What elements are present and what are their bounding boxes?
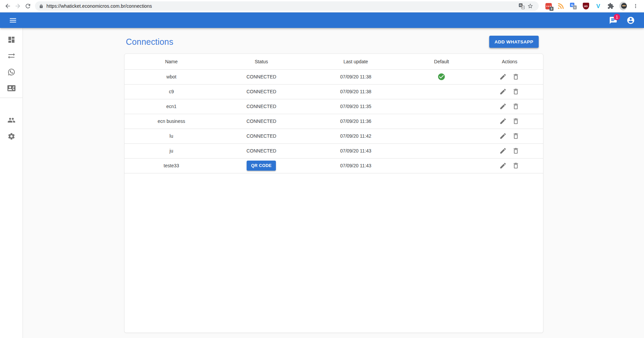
table-row: lu CONNECTED 07/09/20 11:42: [124, 129, 543, 143]
edit-icon: [499, 147, 507, 155]
page-title: Connections: [126, 37, 173, 47]
delete-icon: [512, 73, 520, 80]
delete-button[interactable]: [511, 116, 521, 126]
cell-last-update: 07/09/20 11:38: [305, 84, 407, 99]
extension-translate-button[interactable]: G A: [570, 2, 577, 10]
account-button[interactable]: [624, 14, 637, 26]
column-header-last-update: Last update: [305, 54, 407, 69]
extension-red-chat-button[interactable]: 3: [545, 2, 552, 10]
app-bar: 1: [0, 12, 644, 28]
cell-last-update: 07/09/20 11:36: [305, 114, 407, 129]
notifications-button[interactable]: 1: [607, 14, 619, 26]
forward-button[interactable]: [13, 1, 23, 11]
extension-ublock-button[interactable]: UO: [582, 2, 589, 10]
edit-button[interactable]: [498, 161, 508, 170]
table-row: wbot CONNECTED 07/09/20 11:38: [124, 69, 543, 84]
delete-button[interactable]: [511, 131, 521, 141]
edit-button[interactable]: [498, 87, 508, 96]
extension-vimeo-button[interactable]: V: [595, 2, 602, 10]
default-check-icon: [437, 74, 445, 79]
edit-button[interactable]: [498, 72, 508, 81]
hamburger-icon: [9, 16, 17, 25]
browser-profile-button[interactable]: [619, 2, 627, 10]
translate-page-button[interactable]: G A: [517, 2, 526, 10]
status-text: CONNECTED: [246, 119, 276, 124]
profile-avatar: [619, 2, 627, 10]
cell-name: lu: [124, 129, 218, 143]
translate-icon: G A: [519, 3, 525, 9]
lock-icon[interactable]: [39, 4, 43, 8]
refresh-icon: [25, 3, 31, 9]
edit-button[interactable]: [498, 116, 508, 126]
whatsapp-icon: [7, 68, 15, 76]
table-row: ecn business CONNECTED 07/09/20 11:36: [124, 114, 543, 129]
account-circle-icon: [627, 16, 635, 25]
edit-button[interactable]: [498, 102, 508, 111]
sidebar: [0, 28, 23, 338]
sidebar-item-connections[interactable]: [0, 48, 23, 64]
edit-icon: [499, 88, 507, 95]
edit-icon: [499, 103, 507, 110]
delete-button[interactable]: [511, 161, 521, 170]
more-vert-icon: [633, 3, 639, 9]
cell-name: ecn business: [124, 114, 218, 129]
cell-name: c9: [124, 84, 218, 99]
browser-toolbar: https://whaticket.economicros.com.br/con…: [0, 0, 644, 12]
back-button[interactable]: [3, 1, 13, 11]
status-text: CONNECTED: [246, 89, 276, 94]
edit-icon: [499, 162, 507, 169]
extension-rss-button[interactable]: [557, 2, 565, 10]
delete-button[interactable]: [511, 87, 521, 96]
puzzle-icon: [607, 3, 614, 9]
sidebar-item-dashboard[interactable]: [0, 32, 23, 48]
edit-button[interactable]: [498, 146, 508, 156]
delete-button[interactable]: [511, 72, 521, 81]
column-header-status: Status: [218, 54, 305, 69]
cell-last-update: 07/09/20 11:38: [305, 69, 407, 84]
menu-button[interactable]: [7, 14, 19, 26]
delete-button[interactable]: [511, 102, 521, 111]
address-bar[interactable]: https://whaticket.economicros.com.br/con…: [35, 1, 539, 11]
cell-name: teste33: [124, 158, 218, 173]
column-header-name: Name: [124, 54, 218, 69]
url-text: https://whaticket.economicros.com.br/con…: [46, 3, 517, 9]
delete-icon: [512, 162, 520, 169]
delete-button[interactable]: [511, 146, 521, 156]
add-whatsapp-button[interactable]: ADD WHATSAPP: [489, 36, 539, 48]
edit-button[interactable]: [498, 131, 508, 141]
sidebar-item-users[interactable]: [0, 112, 23, 128]
sidebar-item-tickets[interactable]: [0, 64, 23, 80]
cell-last-update: 07/09/20 11:35: [305, 99, 407, 114]
column-header-actions: Actions: [476, 54, 543, 69]
delete-icon: [512, 132, 520, 140]
refresh-button[interactable]: [23, 1, 33, 11]
delete-icon: [512, 103, 520, 110]
delete-icon: [512, 147, 520, 155]
cell-name: wbot: [124, 69, 218, 84]
extensions-menu-button[interactable]: [607, 2, 614, 10]
connections-table: Name Status Last update Default Actions …: [124, 54, 543, 173]
delete-icon: [512, 117, 520, 125]
sidebar-item-settings[interactable]: [0, 128, 23, 144]
edit-icon: [499, 132, 507, 140]
cell-last-update: 07/09/20 11:43: [305, 158, 407, 173]
extensions-area: 3 G A UO V: [541, 2, 641, 10]
rss-icon: [558, 3, 564, 9]
delete-icon: [512, 88, 520, 95]
bookmark-button[interactable]: [526, 2, 535, 10]
table-row: ju CONNECTED 07/09/20 11:43: [124, 143, 543, 158]
status-text: CONNECTED: [246, 104, 276, 109]
forward-arrow-icon: [14, 3, 21, 9]
edit-icon: [499, 117, 507, 125]
sidebar-item-contacts[interactable]: [0, 80, 23, 96]
browser-menu-button[interactable]: [632, 2, 639, 10]
table-row: teste33 QR CODE 07/09/20 11:43: [124, 158, 543, 173]
extension-badge: 3: [549, 7, 553, 11]
google-translate-icon: G A: [570, 3, 577, 9]
notification-badge: 1: [614, 14, 620, 20]
connections-card: Name Status Last update Default Actions …: [124, 54, 543, 333]
table-row: c9 CONNECTED 07/09/20 11:38: [124, 84, 543, 99]
qr-code-button[interactable]: QR CODE: [247, 161, 276, 171]
cell-last-update: 07/09/20 11:43: [305, 143, 407, 158]
edit-icon: [499, 73, 507, 80]
